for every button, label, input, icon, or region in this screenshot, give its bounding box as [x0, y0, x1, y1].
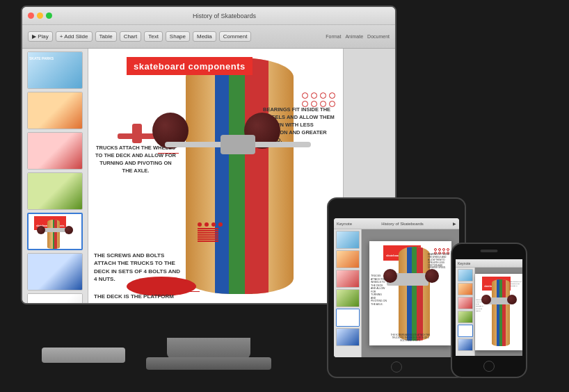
ipad-bdot: [447, 248, 449, 251]
ipad-thumb-1[interactable]: [336, 231, 360, 249]
iphone-thumb-1[interactable]: [458, 269, 473, 281]
animate-button[interactable]: Animate: [345, 34, 363, 39]
screw-line: [198, 236, 218, 238]
iphone-speaker: [481, 250, 498, 252]
screw-dot: [198, 222, 202, 227]
comment-button[interactable]: Comment: [219, 31, 252, 42]
slide-thumbnail-6[interactable]: [27, 253, 83, 291]
close-button[interactable]: [28, 13, 34, 19]
iphone-content: Keynote: [456, 259, 522, 356]
iphone-screen: Keynote: [456, 259, 522, 356]
iphone-anno-bearings: BEARINGS FIT INSIDE THE WHEELS: [510, 281, 522, 288]
bearing-dots: [302, 92, 336, 107]
iphone-slide-content: skateboard components: [475, 274, 522, 350]
iphone-thumb-2[interactable]: [458, 283, 473, 295]
window-title: History of Skateboards: [59, 13, 390, 19]
iphone-app-name: Keynote: [458, 261, 470, 266]
iphone-thumb-3[interactable]: [458, 297, 473, 309]
ipad-home-button[interactable]: [391, 361, 402, 373]
ipad-wheels: [383, 269, 439, 283]
ipad-bdot: [442, 248, 445, 251]
ipad-thumb-3[interactable]: [336, 270, 360, 288]
iphone-thumb-4[interactable]: [458, 311, 473, 323]
truck-assembly: [165, 129, 311, 161]
title-bar: History of Skateboards: [22, 7, 395, 25]
screw-line: [198, 232, 218, 234]
screw-line: [198, 228, 218, 229]
ipad-thumb-4[interactable]: [336, 289, 360, 307]
text-button[interactable]: Text: [144, 31, 163, 42]
ipad-wheel-right: [425, 269, 439, 283]
iphone-thumb-6[interactable]: [458, 338, 473, 351]
toolbar: ▶ Play + Add Slide Table Chart Text Shap…: [22, 25, 395, 49]
iphone-deck: [492, 279, 510, 346]
ipad-canvas: skateboard components: [362, 229, 459, 357]
iphone-main: skateboard components: [456, 268, 522, 356]
screw-line: [198, 238, 218, 240]
screw-line: [198, 240, 218, 242]
screw-dot: [218, 222, 223, 227]
maximize-button[interactable]: [46, 13, 52, 19]
ipad-slide-content: skateboard components: [369, 241, 451, 345]
slide-title: skateboard components: [134, 61, 246, 72]
ipad-play-button[interactable]: ▶: [453, 221, 456, 226]
connector-deck: [165, 291, 200, 292]
skateboard-deck: [186, 58, 294, 294]
bearing-dot: [302, 92, 308, 99]
add-slide-button[interactable]: + Add Slide: [56, 31, 93, 42]
ipad-file-title: History of Skateboards: [381, 222, 424, 226]
traffic-lights: [28, 13, 52, 19]
slide-thumbnail-5[interactable]: skateboard components: [27, 213, 83, 250]
deck-stripe-red: [245, 58, 269, 294]
ipad-deck: [399, 247, 430, 341]
screw-dots: [198, 222, 224, 227]
slide-thumbnail-1[interactable]: SKATE PARKS: [27, 51, 83, 89]
slide-content: skateboard components: [88, 49, 343, 303]
ipad-slides: [334, 229, 362, 357]
iphone-home-button[interactable]: [483, 361, 495, 372]
ipad-thumb-2[interactable]: [336, 250, 360, 268]
slide-panel: SKATE PARKS: [22, 49, 88, 303]
slide-canvas: skateboard components: [88, 49, 343, 303]
ipad-screen: Keynote History of Skateboards ▶: [334, 218, 459, 357]
table-button[interactable]: Table: [95, 31, 117, 42]
iphone-thumb-5[interactable]: [458, 325, 473, 337]
ipad-titlebar: Keynote History of Skateboards ▶: [334, 218, 459, 229]
ipad-stripe-blue: [407, 247, 412, 341]
iphone-anno-trucks: TRUCKS ATTACH THE WHEELS TO THE DECK: [476, 299, 484, 313]
iphone-wheel-right: [507, 295, 517, 304]
ipad-thumb-6[interactable]: [336, 328, 360, 346]
screw-dot: [205, 222, 209, 227]
iphone-slides: [456, 268, 475, 356]
screw-line: [198, 234, 218, 236]
bearing-dot: [329, 92, 335, 99]
slide-thumbnail-7[interactable]: [27, 293, 83, 303]
iphone-titlebar: Keynote: [456, 259, 522, 268]
ipad-main: skateboard components: [334, 229, 459, 357]
shape-button[interactable]: Shape: [166, 31, 190, 42]
slide-thumbnail-3[interactable]: [27, 132, 83, 170]
screw-line: [198, 230, 218, 231]
chart-button[interactable]: Chart: [120, 31, 142, 42]
slide-thumbnail-2[interactable]: [27, 92, 83, 129]
ipad-content: Keynote History of Skateboards ▶: [334, 218, 459, 357]
play-button[interactable]: ▶ Play: [28, 31, 53, 42]
format-button[interactable]: Format: [326, 34, 341, 39]
annotation-deck: THE DECK IS THE PLATFORM: [94, 293, 184, 301]
screw-dot: [211, 222, 216, 227]
ipad: Keynote History of Skateboards ▶: [327, 197, 466, 378]
iphone-body: Keynote: [451, 243, 527, 378]
truck-body: [221, 135, 255, 154]
minimize-button[interactable]: [37, 13, 43, 19]
iphone: Keynote: [451, 243, 527, 378]
ipad-stripe-red: [417, 247, 423, 341]
ipad-thumb-5[interactable]: [336, 309, 360, 327]
iphone-canvas: skateboard components: [475, 268, 522, 356]
media-button[interactable]: Media: [193, 31, 216, 42]
ipad-anno-trucks: TRUCKS ATTACH THE WHEELS TO THE DECK AND…: [371, 275, 387, 306]
document-button[interactable]: Document: [367, 34, 390, 39]
iphone-stripe-red: [502, 279, 506, 346]
ipad-anno-screws: THE SCREWS AND BOLTS ATTACH THE TRUCKS T…: [390, 334, 431, 342]
slide-thumbnail-4[interactable]: [27, 172, 83, 210]
monitor-base: [146, 357, 271, 370]
